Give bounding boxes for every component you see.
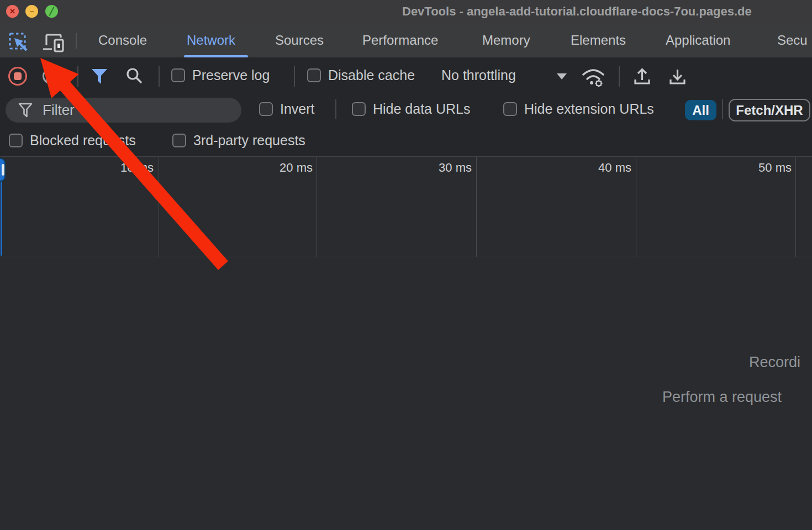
overview-window-left-edge [1,182,2,256]
tab-performance[interactable]: Performance [362,23,438,57]
checkbox-box [259,102,273,116]
dropdown-caret-icon[interactable] [557,73,567,80]
checkbox-label: Disable cache [328,67,415,83]
timeline-tick-label: 30 ms [405,161,472,175]
checkbox-label: Hide data URLs [373,101,470,117]
timeline-gridline [636,157,636,257]
clear-icon [42,68,59,84]
import-har-button[interactable] [632,67,652,86]
filter-row-separator [335,99,336,119]
tab-memory[interactable]: Memory [482,23,530,57]
window-title: DevTools - angela-add-tutorial.cloudflar… [402,0,752,23]
timeline-tick-label: 50 ms [725,161,792,175]
throttling-select[interactable]: No throttling [441,57,516,93]
timeline-tick-label: 20 ms [246,161,313,175]
checkbox-label: Blocked requests [30,132,136,149]
requests-panel: Recordi Perform a request [0,257,812,530]
record-icon [14,72,22,80]
checkbox-box [307,68,321,82]
zoom-window-button[interactable]: ╱ [45,5,58,18]
device-toolbar-icon[interactable] [42,33,66,53]
filter-row-separator [722,99,723,119]
toolbar-separator [294,66,295,87]
network-overview-timeline[interactable]: 10 ms 20 ms 30 ms 40 ms 50 ms [0,157,812,258]
invert-checkbox[interactable]: Invert [259,93,315,125]
checkbox-box [172,134,186,147]
export-har-icon [668,67,687,86]
disable-cache-checkbox[interactable]: Disable cache [307,57,415,93]
timeline-gridline [317,157,317,257]
checkbox-box [171,68,185,82]
timeline-tick-label: 10 ms [87,161,154,175]
timeline-gridline [476,157,477,257]
hide-data-urls-checkbox[interactable]: Hide data URLs [352,93,470,125]
tab-application[interactable]: Application [666,23,730,57]
tab-console[interactable]: Console [98,23,147,57]
minimize-window-button[interactable]: − [25,5,38,18]
tab-sources[interactable]: Sources [275,23,324,57]
close-window-button[interactable]: ✕ [6,5,19,18]
timeline-tick-label: 40 ms [565,161,631,175]
active-tab-underline [184,55,248,57]
checkbox-box [9,134,23,147]
search-button[interactable] [126,67,143,84]
tabstrip-separator [76,33,77,49]
timeline-gridline [795,157,796,257]
checkbox-label: Invert [280,101,315,117]
toolbar-separator [159,66,160,87]
import-har-icon [632,67,652,86]
hide-extension-urls-checkbox[interactable]: Hide extension URLs [503,93,654,125]
request-type-fetch-xhr-button[interactable]: Fetch/XHR [729,99,810,121]
tab-security[interactable]: Secu [777,23,808,57]
devtools-window: ✕ − ╱ DevTools - angela-add-tutorial.clo… [0,0,812,530]
checkbox-label: Preserve log [192,67,270,83]
devtools-tabstrip: Console Network Sources Performance Memo… [0,23,812,57]
titlebar: ✕ − ╱ DevTools - angela-add-tutorial.clo… [0,0,812,24]
request-type-all-button[interactable]: All [685,100,716,120]
record-network-log-button[interactable] [8,67,27,86]
network-conditions-button[interactable] [581,65,607,88]
checkbox-label: 3rd-party requests [193,132,305,149]
empty-state-recording-text: Recordi [749,354,800,371]
empty-state-hint-text: Perform a request [662,389,782,406]
filter-input-funnel-icon [18,103,33,118]
filter-input-placeholder: Filter [43,98,75,123]
third-party-requests-checkbox[interactable]: 3rd-party requests [172,125,305,156]
filter-input[interactable] [6,98,241,123]
export-har-button[interactable] [668,67,687,86]
checkbox-label: Hide extension URLs [524,101,654,117]
network-conditions-icon [581,65,607,88]
tab-elements[interactable]: Elements [571,23,626,57]
inspect-icon[interactable] [8,32,29,53]
clear-network-log-button[interactable] [42,68,59,84]
toolbar-separator [619,66,620,87]
checkbox-box [352,102,366,116]
tab-network[interactable]: Network [187,23,235,57]
checkbox-box [503,102,517,116]
blocked-requests-checkbox[interactable]: Blocked requests [9,125,136,156]
overview-window-left-handle[interactable] [0,158,6,182]
filter-funnel-icon [91,68,108,84]
filter-toggle-button[interactable] [91,68,108,84]
toolbar-separator [77,66,78,87]
preserve-log-checkbox[interactable]: Preserve log [171,57,270,93]
timeline-gridline [159,157,159,257]
handle-grip [2,164,4,176]
search-icon [126,67,143,84]
